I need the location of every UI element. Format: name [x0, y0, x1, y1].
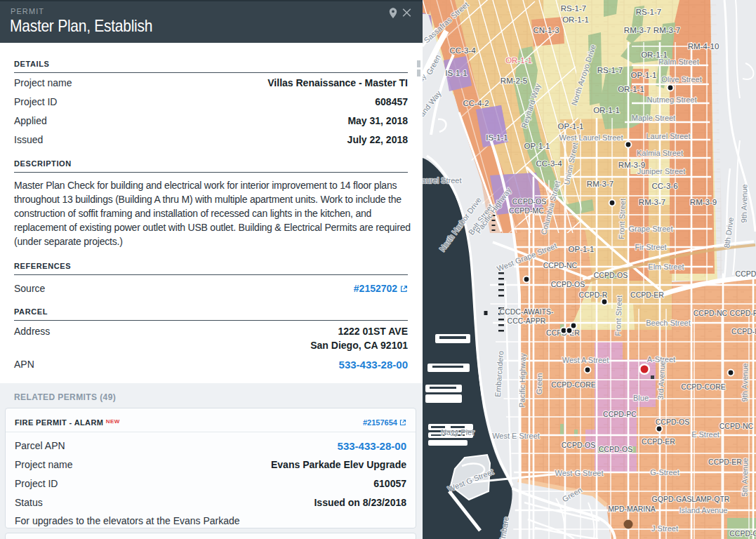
svg-text:OR-1-1: OR-1-1: [562, 15, 589, 24]
svg-text:CCPD-CORE: CCPD-CORE: [551, 380, 596, 389]
svg-text:IS-1-1: IS-1-1: [486, 133, 508, 142]
svg-text:CCPD-NC: CCPD-NC: [543, 261, 578, 270]
svg-text:CCPD-R: CCPD-R: [730, 309, 756, 317]
svg-text:CCPD-CORE: CCPD-CORE: [681, 382, 726, 391]
svg-text:RS-1-7: RS-1-7: [597, 66, 623, 74]
svg-text:CC-3-4: CC-3-4: [449, 46, 476, 55]
svg-text:RM-4-10: RM-4-10: [688, 42, 719, 51]
svg-text:West G Street: West G Street: [555, 469, 604, 477]
svg-text:Nutmeg Street: Nutmeg Street: [647, 95, 697, 104]
svg-text:Front Street: Front Street: [617, 199, 627, 239]
svg-text:RS-1-7: RS-1-7: [561, 4, 586, 13]
svg-text:J Street: J Street: [651, 524, 678, 533]
svg-text:CCPD-NC: CCPD-NC: [719, 422, 754, 430]
svg-text:GQPD-GASLAMP-QTR: GQPD-GASLAMP-QTR: [652, 495, 730, 503]
svg-text:Pacific Highway: Pacific Highway: [517, 353, 526, 408]
svg-text:RM-3-7: RM-3-7: [587, 180, 614, 188]
svg-text:CC-3-4: CC-3-4: [536, 159, 562, 168]
svg-text:RM-3-7: RM-3-7: [624, 26, 651, 34]
svg-text:RM-2-5: RM-2-5: [500, 76, 527, 85]
svg-text:CN-1-3: CN-1-3: [533, 26, 559, 34]
svg-text:RM-3-9: RM-3-9: [690, 198, 717, 206]
svg-text:CC-3-6: CC-3-6: [651, 182, 677, 190]
svg-text:E Street: E Street: [691, 430, 719, 439]
svg-text:Kalmia Street: Kalmia Street: [637, 149, 683, 157]
svg-text:RM-3-7: RM-3-7: [639, 198, 665, 206]
svg-text:G-Street: G-Street: [650, 468, 679, 477]
svg-text:CCPD-PC: CCPD-PC: [603, 410, 637, 418]
svg-text:OP-1-1: OP-1-1: [568, 245, 594, 253]
svg-text:Island Avenue: Island Avenue: [679, 506, 728, 514]
svg-text:CCC-APPR: CCC-APPR: [508, 317, 546, 325]
svg-text:9th Avenue: 9th Avenue: [741, 363, 750, 401]
svg-text:Front Street: Front Street: [614, 295, 623, 336]
svg-text:IS-1-1: IS-1-1: [445, 69, 467, 77]
svg-text:Maple Street: Maple Street: [632, 114, 675, 122]
svg-text:CCPD-R: CCPD-R: [579, 291, 608, 299]
svg-text:CCPD-OS: CCPD-OS: [512, 197, 546, 206]
svg-text:MPD-MARINA: MPD-MARINA: [608, 505, 656, 513]
svg-text:Palm Street: Palm Street: [658, 58, 698, 66]
svg-text:CCPD-ER: CCPD-ER: [731, 327, 756, 335]
svg-text:5th Avenue: 5th Avenue: [741, 458, 750, 496]
svg-text:CCPD-ER: CCPD-ER: [642, 437, 675, 446]
svg-text:Laurel Street: Laurel Street: [646, 132, 691, 140]
svg-text:CC-4-2: CC-4-2: [463, 99, 489, 107]
svg-text:OP-1-1: OP-1-1: [630, 71, 656, 79]
svg-text:Juniper Street: Juniper Street: [637, 167, 685, 175]
svg-text:Elm Street: Elm Street: [648, 262, 684, 271]
svg-text:Laurel Street: Laurel Street: [423, 176, 461, 185]
svg-text:West E Street: West E Street: [492, 432, 540, 440]
svg-text:Beech Street: Beech Street: [646, 319, 691, 327]
svg-text:OR-1-1: OR-1-1: [618, 85, 644, 93]
svg-text:CCPD-OS: CCPD-OS: [562, 441, 595, 449]
svg-text:CCPD-OS: CCPD-OS: [551, 280, 585, 288]
svg-text:CCPD-OS: CCPD-OS: [656, 418, 689, 426]
svg-text:CCPD-R: CCPD-R: [736, 270, 756, 278]
svg-text:OP-1-1: OP-1-1: [524, 142, 550, 150]
svg-text:CCPD-OS: CCPD-OS: [599, 445, 632, 453]
svg-text:Navy Pier: Navy Pier: [441, 428, 475, 437]
svg-text:RM-3-7: RM-3-7: [654, 26, 680, 34]
svg-text:CCPD-ER: CCPD-ER: [708, 458, 742, 466]
svg-text:OP-1-1: OP-1-1: [557, 122, 583, 131]
svg-text:OR-1-1: OR-1-1: [593, 106, 620, 114]
svg-text:CCDC-AWAITS-: CCDC-AWAITS-: [500, 307, 554, 316]
svg-text:Grape Street: Grape Street: [629, 225, 673, 233]
svg-text:OR-1-1: OR-1-1: [505, 56, 532, 65]
svg-text:West A Street: West A Street: [562, 356, 609, 364]
svg-text:Fir Street: Fir Street: [635, 243, 666, 251]
svg-text:CCPD-OS: CCPD-OS: [594, 271, 628, 279]
svg-text:Blue: Blue: [633, 394, 649, 402]
svg-text:CCPD-NC: CCPD-NC: [694, 309, 728, 317]
svg-text:CCPD-MC: CCPD-MC: [509, 206, 544, 215]
svg-text:Green: Green: [535, 373, 544, 395]
svg-text:9th Avenue: 9th Avenue: [740, 184, 749, 222]
svg-text:CCPD-ER: CCPD-ER: [630, 291, 664, 299]
svg-text:RS-1-7: RS-1-7: [636, 8, 661, 16]
svg-text:West Laurel Street: West Laurel Street: [559, 133, 623, 142]
svg-text:CCPD-O: CCPD-O: [729, 529, 756, 538]
svg-text:Olive Street: Olive Street: [661, 75, 701, 84]
